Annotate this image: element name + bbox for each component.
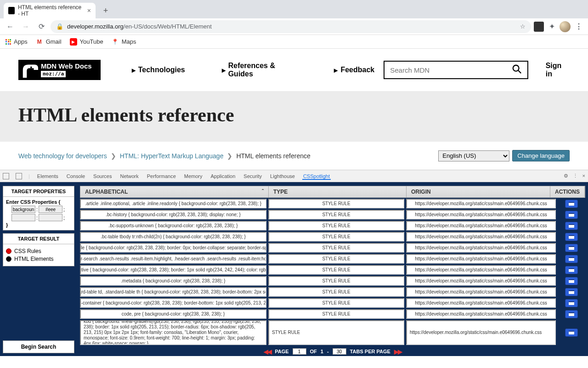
device-icon[interactable] bbox=[16, 173, 22, 179]
devtools-tab-console[interactable]: Console bbox=[66, 173, 86, 179]
address-bar[interactable]: 🔒 developer.mozilla.org/en-US/docs/Web/H… bbox=[51, 20, 531, 33]
cell-action bbox=[558, 287, 585, 297]
per-page-input[interactable] bbox=[333, 348, 346, 355]
search-icon[interactable] bbox=[512, 64, 522, 76]
inspect-icon[interactable] bbox=[3, 173, 9, 179]
action-button[interactable] bbox=[565, 211, 578, 219]
page-input[interactable] bbox=[293, 348, 306, 355]
table-row: .metadata { background-color: rgb(238, 2… bbox=[80, 276, 585, 286]
css-key-input[interactable] bbox=[11, 206, 35, 213]
cell-rule: .bc-table { background-color: rgb(238, 2… bbox=[80, 243, 266, 253]
action-button[interactable] bbox=[565, 266, 578, 274]
close-devtools-icon[interactable]: × bbox=[582, 173, 585, 179]
bookmark-apps[interactable]: Apps bbox=[6, 38, 28, 45]
forward-button[interactable]: → bbox=[19, 20, 32, 33]
apps-icon bbox=[6, 39, 11, 45]
browser-tab[interactable]: HTML elements reference - HT × bbox=[4, 3, 96, 18]
bookmark-maps[interactable]: 📍 Maps bbox=[112, 38, 136, 46]
more-icon[interactable]: ⋮ bbox=[573, 173, 578, 179]
action-button[interactable] bbox=[565, 288, 578, 296]
svg-rect-5 bbox=[569, 213, 574, 214]
cell-type: STYLE RULE bbox=[268, 298, 404, 308]
next-page-icon[interactable]: ▶▶ bbox=[394, 348, 401, 355]
search-input[interactable] bbox=[390, 66, 511, 74]
action-button[interactable] bbox=[565, 255, 578, 263]
reload-button[interactable]: ⟳ bbox=[35, 20, 48, 33]
bookmark-gmail[interactable]: M Gmail bbox=[36, 38, 62, 46]
page-title: HTML elements reference bbox=[18, 104, 570, 126]
cell-action bbox=[558, 320, 585, 345]
extension-icon[interactable] bbox=[534, 22, 544, 32]
mdn-logo[interactable]: MDN Web Docs moz://a bbox=[18, 60, 101, 80]
cell-type: STYLE RULE bbox=[268, 254, 404, 264]
search-box[interactable] bbox=[384, 61, 528, 79]
nav-feedback[interactable]: ▸ Feedback bbox=[334, 62, 374, 78]
action-button[interactable] bbox=[565, 233, 578, 241]
action-button[interactable] bbox=[565, 244, 578, 252]
table-row: .titlebar-container { background-color: … bbox=[80, 298, 585, 308]
devtools-tab-sources[interactable]: Sources bbox=[92, 173, 113, 179]
change-language-button[interactable]: Change language bbox=[512, 150, 570, 161]
sign-in-link[interactable]: Sign in bbox=[546, 62, 570, 78]
devtools-tab-network[interactable]: Network bbox=[119, 173, 139, 179]
profile-avatar[interactable] bbox=[560, 21, 571, 32]
action-button[interactable] bbox=[565, 328, 578, 337]
cell-action bbox=[558, 309, 585, 319]
url-path: /en-US/docs/Web/HTML/Element bbox=[124, 23, 212, 30]
table-row: .interactive { background-color: rgb(238… bbox=[80, 265, 585, 275]
column-origin[interactable]: ORIGIN bbox=[407, 186, 550, 197]
cell-rule: .bc-supports-unknown { background-color:… bbox=[80, 221, 266, 230]
cell-action bbox=[558, 199, 585, 208]
extensions-button[interactable]: ✦ bbox=[547, 22, 557, 32]
sort-icon: ˆ bbox=[262, 189, 264, 195]
cell-rule: .article .inline.optional, .article .inl… bbox=[80, 199, 266, 208]
css-value-input-2[interactable] bbox=[39, 214, 62, 221]
language-select[interactable]: English (US) bbox=[438, 150, 509, 161]
breadcrumb[interactable]: HTML: HyperText Markup Language bbox=[120, 152, 224, 160]
css-value-input[interactable] bbox=[39, 206, 62, 213]
close-icon[interactable]: × bbox=[87, 7, 91, 14]
per-page-label: TABS PER PAGE bbox=[350, 349, 390, 354]
devtools-tab-lighthouse[interactable]: Lighthouse bbox=[269, 173, 296, 179]
devtools-tab-csspotlight[interactable]: CSSpotlight bbox=[302, 173, 331, 180]
cell-type: STYLE RULE bbox=[268, 265, 404, 275]
css-key-input-2[interactable] bbox=[11, 214, 35, 221]
begin-search-button[interactable]: Begin Search bbox=[3, 340, 74, 353]
action-button[interactable] bbox=[565, 222, 578, 230]
cell-origin: https://developer.mozilla.org/static/css… bbox=[406, 320, 556, 345]
devtools-tab-performance[interactable]: Performance bbox=[146, 173, 177, 179]
nav-technologies[interactable]: ▸ Technologies bbox=[132, 62, 185, 78]
table-row: .bc-table { background-color: rgb(238, 2… bbox=[80, 243, 585, 253]
cell-action bbox=[558, 232, 585, 242]
devtools-tab-elements[interactable]: Elements bbox=[36, 173, 59, 179]
cell-rule: .titlebar-container { background-color: … bbox=[80, 298, 266, 308]
action-button[interactable] bbox=[565, 299, 578, 307]
devtools-tab-security[interactable]: Security bbox=[243, 173, 263, 179]
cell-origin: https://developer.mozilla.org/static/css… bbox=[406, 287, 556, 297]
cell-type: STYLE RULE bbox=[268, 210, 404, 219]
favicon bbox=[8, 7, 15, 14]
new-tab-button[interactable]: + bbox=[99, 4, 112, 17]
breadcrumb[interactable]: Web technology for developers bbox=[18, 152, 107, 160]
prev-page-icon[interactable]: ◀◀ bbox=[264, 348, 271, 355]
back-button[interactable]: ← bbox=[4, 20, 17, 33]
action-button[interactable] bbox=[565, 277, 578, 285]
action-button[interactable] bbox=[565, 200, 578, 208]
devtools-tab-application[interactable]: Application bbox=[210, 173, 237, 179]
cell-rule: .bc-history { background-color: rgb(238,… bbox=[80, 210, 266, 219]
settings-icon[interactable]: ⚙ bbox=[564, 173, 568, 179]
column-type[interactable]: TYPE bbox=[269, 186, 407, 197]
chevron-right-icon: ❯ bbox=[111, 152, 116, 160]
lock-icon: 🔒 bbox=[56, 23, 63, 30]
bookmark-youtube[interactable]: ▶ YouTube bbox=[70, 38, 103, 46]
radio-html-elements[interactable]: HTML Elements bbox=[6, 256, 71, 262]
svg-rect-3 bbox=[569, 202, 574, 203]
nav-references[interactable]: ▸ References & Guides bbox=[222, 62, 298, 78]
devtools-tab-memory[interactable]: Memory bbox=[183, 173, 204, 179]
star-icon[interactable]: ☆ bbox=[520, 23, 526, 30]
logo-text: MDN Web Docs bbox=[41, 63, 92, 70]
radio-css-rules[interactable]: CSS Rules bbox=[6, 248, 71, 254]
column-alphabetical[interactable]: ALPHABETICALˆ bbox=[80, 186, 269, 197]
action-button[interactable] bbox=[565, 310, 578, 318]
browser-menu-button[interactable]: ⋮ bbox=[573, 22, 584, 31]
